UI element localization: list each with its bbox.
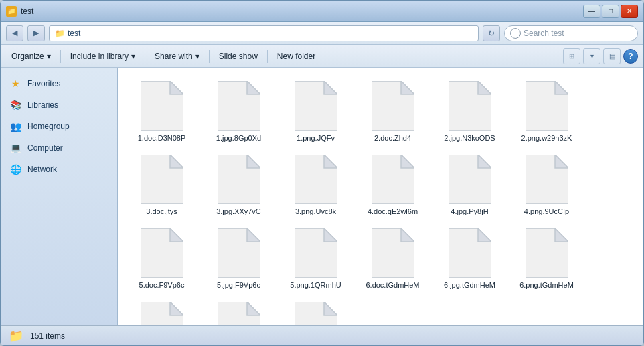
file-icon — [449, 228, 491, 278]
status-item-count: 151 items — [30, 331, 65, 341]
homegroup-icon: 👥 — [9, 120, 22, 133]
list-item[interactable]: 6.jpg.tGdmHeM — [431, 220, 508, 294]
file-icon — [141, 81, 183, 131]
include-library-button[interactable]: Include in library ▾ — [65, 48, 141, 65]
list-item[interactable]: 7.doc.i80I — [123, 294, 200, 325]
sidebar-item-homegroup[interactable]: 👥 Homegroup — [1, 116, 117, 137]
file-name: 5.jpg.F9Vp6c — [217, 280, 260, 290]
sidebar-network-label: Network — [27, 165, 57, 174]
sidebar-item-libraries[interactable]: 📚 Libraries — [1, 94, 117, 116]
file-name: 2.png.w29n3zK — [521, 133, 572, 143]
list-item[interactable]: 1.doc.D3N08P — [123, 73, 200, 147]
slide-show-button[interactable]: Slide show — [214, 48, 263, 65]
file-icon — [218, 228, 260, 278]
share-with-button[interactable]: Share with ▾ — [149, 48, 205, 65]
svg-marker-33 — [478, 228, 491, 242]
toolbar: Organize ▾ Include in library ▾ Share wi… — [1, 45, 643, 68]
file-icon — [449, 81, 491, 131]
address-bar: ◀ ▶ 📁 test ↻ Search test — [1, 22, 643, 45]
include-library-label: Include in library — [70, 52, 129, 61]
file-name: 3.doc.jtys — [146, 207, 177, 216]
close-button[interactable]: ✕ — [621, 5, 638, 18]
address-input[interactable]: 📁 test — [49, 25, 479, 41]
svg-marker-13 — [170, 155, 183, 168]
list-item[interactable]: 4.jpg.Py8jH — [431, 147, 508, 220]
slide-show-label: Slide show — [219, 52, 258, 61]
file-name: 1.doc.D3N08P — [138, 133, 186, 143]
file-name: 1.jpg.8Gp0Xd — [216, 133, 261, 143]
list-item[interactable]: 7.jpg.6vOJ — [200, 294, 277, 325]
file-icon — [526, 228, 568, 278]
title-bar-left: 📁 test — [6, 6, 33, 17]
toolbar-right: ⊞ ▾ ▤ ? — [563, 48, 638, 64]
list-item[interactable]: 6.doc.tGdmHeM — [354, 220, 431, 294]
svg-marker-11 — [555, 81, 568, 94]
minimize-button[interactable]: — — [583, 5, 600, 18]
view-icon: ⊞ — [569, 52, 574, 60]
search-bar[interactable]: Search test — [504, 25, 638, 41]
help-button[interactable]: ? — [623, 49, 638, 64]
list-item[interactable]: 2.doc.Zhd4 — [354, 73, 431, 147]
file-name: 5.png.1QRmhU — [290, 280, 341, 290]
list-item[interactable]: 3.jpg.XXy7vC — [200, 147, 277, 220]
status-bar: 📁 151 items — [1, 325, 643, 345]
organize-button[interactable]: Organize ▾ — [6, 48, 56, 65]
file-name: 2.doc.Zhd4 — [374, 133, 411, 143]
file-name: 4.png.9UcCIp — [524, 207, 569, 216]
refresh-button[interactable]: ↻ — [483, 25, 500, 41]
list-item[interactable]: 3.doc.jtys — [123, 147, 200, 220]
share-with-chevron: ▾ — [195, 52, 199, 61]
list-item[interactable]: 4.png.9UcCIp — [508, 147, 585, 220]
sidebar-favorites-label: Favorites — [27, 79, 60, 88]
svg-marker-29 — [324, 228, 337, 242]
file-name: 4.jpg.Py8jH — [451, 207, 488, 216]
list-item[interactable]: 1.png.JQFv — [277, 73, 354, 147]
network-icon: 🌐 — [9, 163, 22, 176]
file-icon — [218, 155, 260, 204]
list-item[interactable]: 4.doc.qE2wl6m — [354, 147, 431, 220]
toolbar-separator-1 — [60, 50, 61, 63]
list-item[interactable]: 5.doc.F9Vp6c — [123, 220, 200, 294]
forward-button[interactable]: ▶ — [27, 25, 45, 41]
file-icon — [526, 81, 568, 131]
file-icon — [372, 228, 414, 278]
list-item[interactable]: 1.jpg.8Gp0Xd — [200, 73, 277, 147]
sidebar-libraries-label: Libraries — [27, 100, 58, 110]
svg-marker-41 — [324, 302, 337, 315]
sidebar-computer-label: Computer — [27, 143, 63, 153]
pane-button[interactable]: ▤ — [603, 48, 621, 64]
toolbar-separator-4 — [267, 50, 268, 63]
file-name: 4.doc.qE2wl6m — [368, 207, 418, 216]
list-item[interactable]: 5.jpg.F9Vp6c — [200, 220, 277, 294]
file-area: 1.doc.D3N08P 1.jpg.8Gp0Xd 1.png.JQFv 2.d… — [118, 68, 643, 325]
svg-marker-7 — [401, 81, 414, 94]
new-folder-label: New folder — [277, 52, 315, 61]
list-item[interactable]: 2.png.w29n3zK — [508, 73, 585, 147]
list-item[interactable]: 5.png.1QRmhU — [277, 220, 354, 294]
sidebar-item-computer[interactable]: 💻 Computer — [1, 137, 117, 159]
new-folder-button[interactable]: New folder — [272, 48, 321, 65]
view-toggle-button[interactable]: ⊞ — [563, 48, 580, 64]
toolbar-separator-2 — [145, 50, 145, 63]
file-name: 6.jpg.tGdmHeM — [444, 280, 495, 290]
file-name: 2.jpg.N3koODS — [444, 133, 495, 143]
toolbar-separator-3 — [209, 50, 210, 63]
list-item[interactable]: 7.png.JmtI7F — [277, 294, 354, 325]
back-button[interactable]: ◀ — [6, 25, 23, 41]
search-placeholder: Search test — [524, 29, 564, 38]
list-item[interactable]: 3.png.Uvc8k — [277, 147, 354, 220]
view-down-button[interactable]: ▾ — [583, 48, 600, 64]
list-item[interactable]: 2.jpg.N3koODS — [431, 73, 508, 147]
file-icon — [141, 155, 183, 204]
sidebar-item-favorites[interactable]: ★ Favorites — [1, 73, 117, 94]
svg-marker-27 — [247, 228, 260, 242]
sidebar-item-network[interactable]: 🌐 Network — [1, 159, 117, 180]
title-controls: — □ ✕ — [583, 5, 638, 18]
svg-marker-37 — [170, 302, 183, 315]
star-icon: ★ — [9, 77, 22, 90]
file-name: 1.png.JQFv — [297, 133, 335, 143]
search-icon — [510, 28, 521, 39]
maximize-button[interactable]: □ — [602, 5, 619, 18]
file-icon — [295, 302, 337, 325]
list-item[interactable]: 6.png.tGdmHeM — [508, 220, 585, 294]
